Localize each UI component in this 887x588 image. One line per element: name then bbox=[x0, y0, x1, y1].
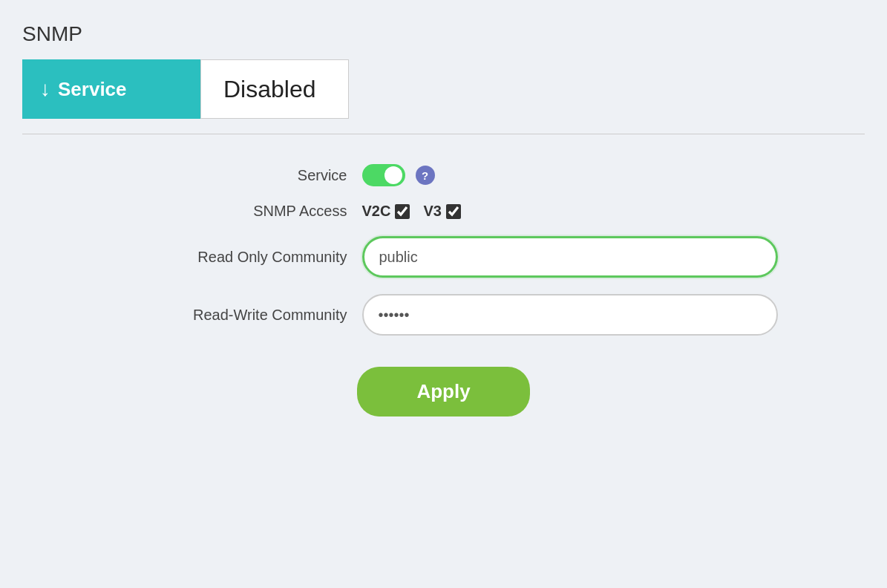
read-write-input[interactable] bbox=[362, 294, 778, 336]
service-status: Disabled bbox=[200, 59, 349, 119]
read-write-row: Read-Write Community bbox=[154, 294, 733, 336]
toggle-slider bbox=[362, 164, 405, 186]
service-button[interactable]: ↓ Service bbox=[22, 59, 200, 119]
read-only-row: Read Only Community bbox=[154, 236, 733, 278]
read-write-control bbox=[362, 294, 778, 336]
service-row: Service ? bbox=[154, 164, 733, 186]
apply-button[interactable]: Apply bbox=[357, 367, 529, 416]
down-arrow-icon: ↓ bbox=[40, 77, 50, 101]
v2c-group: V2C bbox=[362, 203, 410, 220]
snmp-access-area: V2C V3 bbox=[362, 203, 733, 220]
snmp-access-label: SNMP Access bbox=[154, 203, 362, 220]
service-field-label: Service bbox=[154, 167, 362, 184]
v2c-label: V2C bbox=[362, 203, 391, 220]
service-control-area: ? bbox=[362, 164, 733, 186]
section-divider bbox=[22, 134, 865, 134]
v3-label: V3 bbox=[423, 203, 441, 220]
service-header: ↓ Service Disabled bbox=[22, 59, 423, 119]
service-toggle[interactable] bbox=[362, 164, 405, 186]
form-section: Service ? SNMP Access V2C V3 bbox=[22, 164, 865, 416]
v2c-checkbox[interactable] bbox=[395, 204, 410, 219]
read-only-input[interactable] bbox=[362, 236, 778, 278]
snmp-access-row: SNMP Access V2C V3 bbox=[154, 203, 733, 220]
v3-group: V3 bbox=[423, 203, 460, 220]
page-container: SNMP ↓ Service Disabled Service ? SNMP A… bbox=[0, 0, 887, 588]
service-btn-label: Service bbox=[58, 78, 127, 101]
page-title: SNMP bbox=[22, 22, 865, 46]
read-only-label: Read Only Community bbox=[154, 249, 362, 266]
help-icon[interactable]: ? bbox=[416, 166, 435, 185]
v3-checkbox[interactable] bbox=[446, 204, 461, 219]
read-only-control bbox=[362, 236, 778, 278]
read-write-label: Read-Write Community bbox=[154, 307, 362, 324]
